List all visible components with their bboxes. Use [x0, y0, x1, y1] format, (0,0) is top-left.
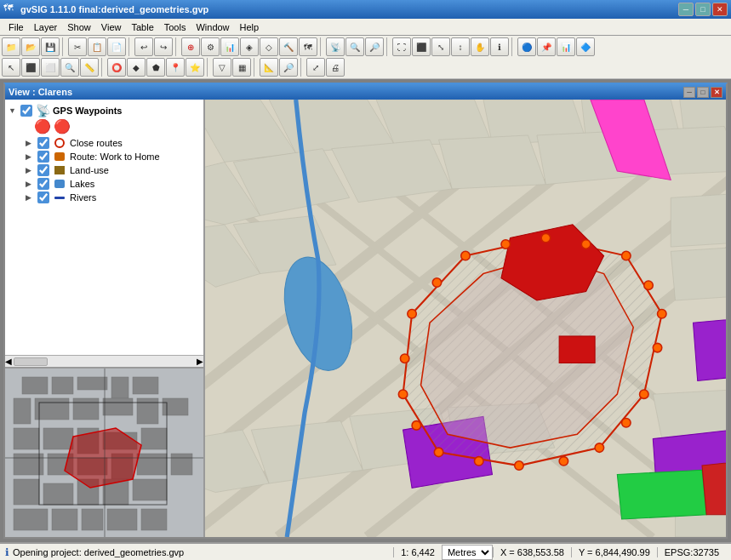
menu-window[interactable]: Window — [191, 20, 234, 34]
status-scale: 1: 6,442 — [393, 547, 442, 557]
tb2-print[interactable]: 🖨 — [326, 58, 345, 77]
scale-dropdown[interactable]: Metres Feet — [442, 545, 493, 560]
tb2-star[interactable]: ⭐ — [186, 58, 204, 77]
tb-layer-tools4[interactable]: 🔷 — [576, 37, 595, 56]
svg-rect-18 — [43, 428, 73, 449]
svg-point-105 — [432, 278, 441, 287]
tb-select1[interactable]: ◈ — [240, 37, 259, 56]
minimize-button[interactable]: ─ — [678, 3, 694, 16]
menu-show[interactable]: Show — [62, 20, 96, 34]
toc-group-gps: ▼ 📡 GPS Waypoints 🔴 🔴 — [9, 103, 200, 204]
sep6 — [511, 37, 515, 56]
menu-tools[interactable]: Tools — [159, 20, 191, 34]
tb-gps[interactable]: 📡 — [326, 37, 345, 56]
close-button[interactable]: ✕ — [712, 3, 728, 16]
tb-save[interactable]: 💾 — [41, 37, 60, 56]
tb-layer-tools2[interactable]: 📌 — [537, 37, 556, 56]
tb-tools2[interactable]: 🗺 — [299, 37, 317, 56]
tb-zoom-in[interactable]: 🔍 — [346, 37, 364, 56]
toc-expand-gps[interactable]: ▼ — [9, 106, 17, 115]
scroll-left[interactable]: ◀ — [5, 357, 12, 366]
view-title-controls: ─ □ ✕ — [683, 87, 722, 98]
tb-redo[interactable]: ↪ — [154, 37, 173, 56]
tb-layer-tools3[interactable]: 📊 — [557, 37, 575, 56]
menu-help[interactable]: Help — [235, 20, 265, 34]
toc-expand-rivers[interactable]: ▶ — [26, 193, 34, 202]
tb2-filter[interactable]: ▽ — [213, 58, 231, 77]
status-icon: ℹ — [5, 546, 9, 558]
tb2-diamond[interactable]: ◆ — [127, 58, 146, 77]
tb-tools1[interactable]: 🔨 — [279, 37, 298, 56]
svg-point-94 — [640, 390, 648, 398]
svg-point-88 — [541, 233, 550, 242]
status-bar: ℹ Opening project: derived_geometries.gv… — [0, 542, 731, 560]
tb-cut[interactable]: ✂ — [68, 37, 87, 56]
tb2-point[interactable]: 📍 — [166, 58, 185, 77]
map-view[interactable] — [205, 100, 726, 537]
svg-point-97 — [559, 457, 568, 466]
tb2-select[interactable]: ⬛ — [21, 58, 40, 77]
toc-area: ▼ 📡 GPS Waypoints 🔴 🔴 — [5, 100, 203, 355]
toc-check-route[interactable] — [37, 151, 49, 163]
status-message: Opening project: derived_geometries.gvp — [13, 547, 393, 557]
tb2-search[interactable]: 🔎 — [279, 58, 298, 77]
tb-ext1[interactable]: ⛶ — [392, 37, 411, 56]
toc-item-rivers: ▶ Rivers — [26, 191, 200, 204]
toc-check-gps[interactable] — [20, 105, 32, 117]
svg-marker-53 — [376, 100, 492, 144]
toc-expand-lakes[interactable]: ▶ — [26, 180, 34, 188]
menu-view[interactable]: View — [96, 20, 127, 34]
tb-select2[interactable]: ◇ — [260, 37, 278, 56]
tb2-measure[interactable]: 📏 — [80, 58, 99, 77]
tb2-polygon[interactable]: ⬟ — [146, 58, 165, 77]
tb-target[interactable]: ⊕ — [181, 37, 200, 56]
tb-copy[interactable]: 📋 — [88, 37, 106, 56]
tb2-circle[interactable]: ⭕ — [107, 58, 126, 77]
menu-file[interactable]: File — [3, 20, 29, 34]
tb2-area[interactable]: 📐 — [260, 58, 278, 77]
toc-check-close-routes[interactable] — [37, 137, 49, 149]
view-maximize[interactable]: □ — [697, 87, 709, 98]
tb2-arrow[interactable]: ↖ — [2, 58, 20, 77]
svg-point-87 — [501, 240, 510, 249]
toc-check-lakes[interactable] — [37, 178, 49, 190]
svg-rect-2 — [54, 166, 65, 174]
tb-ext4[interactable]: ↕ — [451, 37, 470, 56]
svg-marker-80 — [702, 461, 726, 515]
tb-new[interactable]: 📁 — [2, 37, 20, 56]
svg-point-86 — [461, 251, 470, 260]
tb-settings[interactable]: ⚙ — [201, 37, 220, 56]
tb-ext2[interactable]: ⬛ — [412, 37, 431, 56]
toc-expand-route[interactable]: ▶ — [26, 152, 34, 161]
tb-layer-tools1[interactable]: 🔵 — [517, 37, 536, 56]
view-close[interactable]: ✕ — [711, 87, 722, 98]
menu-table[interactable]: Table — [126, 20, 158, 34]
toc-header-gps[interactable]: ▼ 📡 GPS Waypoints — [9, 103, 200, 118]
tb2-table[interactable]: ▦ — [232, 58, 251, 77]
tb-pan[interactable]: ✋ — [471, 37, 489, 56]
tb-undo[interactable]: ↩ — [134, 37, 153, 56]
tb-paste[interactable]: 📄 — [107, 37, 126, 56]
svg-rect-10 — [133, 377, 158, 394]
tb2-zoom-scale[interactable]: ⤢ — [306, 58, 325, 77]
tb-info[interactable]: ℹ — [490, 37, 509, 56]
menu-layer[interactable]: Layer — [29, 20, 63, 34]
overview-svg — [5, 369, 203, 537]
toc-expand-land-use[interactable]: ▶ — [26, 166, 34, 174]
sep1 — [62, 37, 66, 56]
status-epsg: EPSG:32735 — [657, 547, 726, 557]
tb-chart[interactable]: 📊 — [220, 37, 239, 56]
toc-check-rivers[interactable] — [37, 191, 49, 203]
tb-zoom-out[interactable]: 🔎 — [365, 37, 384, 56]
maximize-button[interactable]: □ — [695, 3, 711, 16]
tb-open[interactable]: 📂 — [21, 37, 40, 56]
sidebar-hscroll[interactable]: ◀ ▶ — [5, 355, 203, 367]
scroll-thumb[interactable] — [14, 357, 48, 366]
toc-expand-close-routes[interactable]: ▶ — [26, 139, 34, 147]
scroll-right[interactable]: ▶ — [197, 357, 203, 366]
tb2-select2[interactable]: ⬜ — [41, 58, 60, 77]
tb2-magnify[interactable]: 🔍 — [60, 58, 79, 77]
toc-check-land-use[interactable] — [37, 164, 49, 176]
view-minimize[interactable]: ─ — [683, 87, 695, 98]
tb-ext3[interactable]: ⤡ — [431, 37, 450, 56]
